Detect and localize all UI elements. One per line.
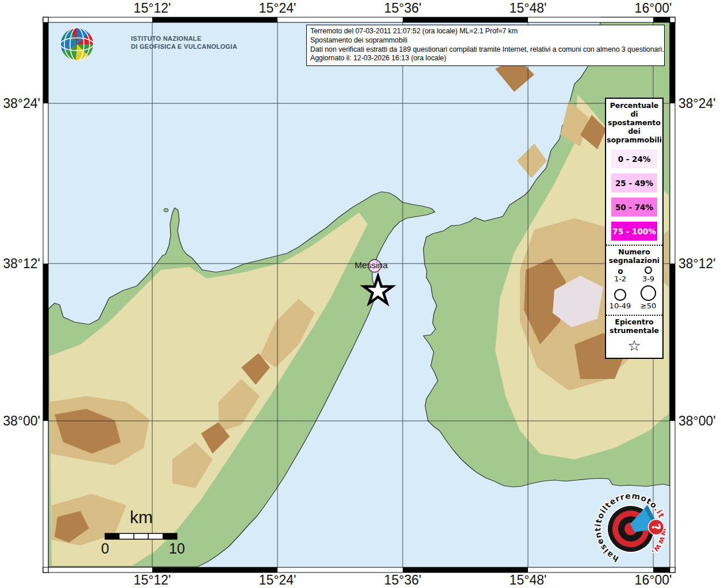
lat-label-right-1: 38°12' [678, 256, 721, 271]
ingv-logo-text: ISTITUTO NAZIONALE DI GEOFISICA E VULCAN… [131, 35, 237, 51]
legend-swatch-50-74: 50 - 74% [611, 198, 657, 216]
lon-label-bottom-0: 15°12' [124, 572, 181, 587]
lat-label-right-0: 38°24' [678, 96, 721, 111]
legend-signals-title: segnalazioni [606, 256, 662, 265]
info-line-event: Terremoto del 07-03-2011 21:07:52 (ora l… [310, 27, 661, 36]
map-viewport: haisentitoilterremoto.it www. ? 15°12' 1… [0, 0, 721, 588]
lat-label-left-0: 38°24' [0, 96, 40, 111]
city-label-messina: Messina [342, 260, 400, 270]
signal-circle-icon [641, 285, 656, 301]
earthquake-info-box: Terremoto del 07-03-2011 21:07:52 (ora l… [306, 25, 665, 66]
legend-epicenter-title: Epicentro [606, 318, 662, 326]
legend-swatch-25-49: 25 - 49% [611, 173, 657, 192]
ingv-name-line1: ISTITUTO NAZIONALE [131, 35, 237, 43]
legend-signal-1-2: 1-2 [606, 269, 634, 284]
lon-label-bottom-2: 15°36' [374, 572, 431, 587]
scale-bar [105, 533, 177, 539]
lon-label-top-1: 15°24' [249, 1, 306, 16]
legend-signal-row-large: 10-49 ≥50 [606, 285, 662, 311]
hsit-question-badge: ? [649, 520, 664, 535]
signal-circle-icon [614, 289, 626, 301]
info-line-updated: Aggiornato il: 12-03-2026 16:13 (ora loc… [310, 54, 661, 63]
signal-circle-icon [645, 266, 652, 274]
ingv-globe-icon [60, 28, 94, 61]
islet [164, 208, 168, 212]
signal-circle-icon [618, 269, 623, 274]
legend-title-line: Percentuale [606, 101, 662, 110]
scalebar-tick-0: 0 [97, 540, 114, 557]
lon-label-top-4: 16°00' [624, 1, 682, 16]
lon-label-top-2: 15°36' [374, 1, 431, 16]
lon-label-bottom-4: 16°00' [624, 572, 682, 587]
legend-title-line: di [606, 110, 662, 118]
map-legend: Percentuale di spostamento dei soprammob… [605, 98, 664, 359]
legend-swatch-0-24: 0 - 24% [611, 149, 657, 168]
scalebar-tick-10: 10 [165, 540, 188, 557]
ingv-name-line2: DI GEOFISICA E VULCANOLOGIA [131, 43, 237, 51]
info-line-source: Dati non verificati estratti da 189 ques… [310, 45, 661, 55]
scalebar-unit-label: km [124, 508, 159, 527]
legend-swatch-75-100: 75 - 100% [611, 222, 657, 241]
legend-signals-title: Numero [606, 247, 662, 256]
lon-label-bottom-3: 15°48' [499, 572, 557, 587]
legend-epicenter-title: strumentale [606, 326, 662, 335]
lat-label-left-1: 38°12' [0, 256, 40, 271]
lon-label-bottom-1: 15°24' [249, 572, 306, 587]
legend-title-line: soprammobili [606, 136, 662, 144]
epicenter-star-icon: ☆ [606, 337, 662, 354]
lat-label-left-2: 38°00' [0, 413, 40, 428]
legend-title-line: dei [606, 127, 662, 136]
legend-signal-row-small: 1-2 3-9 [606, 266, 662, 284]
legend-signal-10-49: 10-49 [606, 289, 634, 311]
legend-title-line: spostamento [606, 118, 662, 127]
lon-label-top-3: 15°48' [499, 1, 557, 16]
legend-separator [606, 245, 662, 246]
info-line-effect: Spostamento dei soprammobili [310, 36, 661, 45]
lon-label-top-0: 15°12' [124, 1, 181, 16]
legend-signal-50plus: ≥50 [634, 285, 662, 311]
legend-separator [606, 315, 662, 316]
lat-label-right-2: 38°00' [678, 413, 721, 428]
legend-signal-3-9: 3-9 [634, 266, 662, 284]
